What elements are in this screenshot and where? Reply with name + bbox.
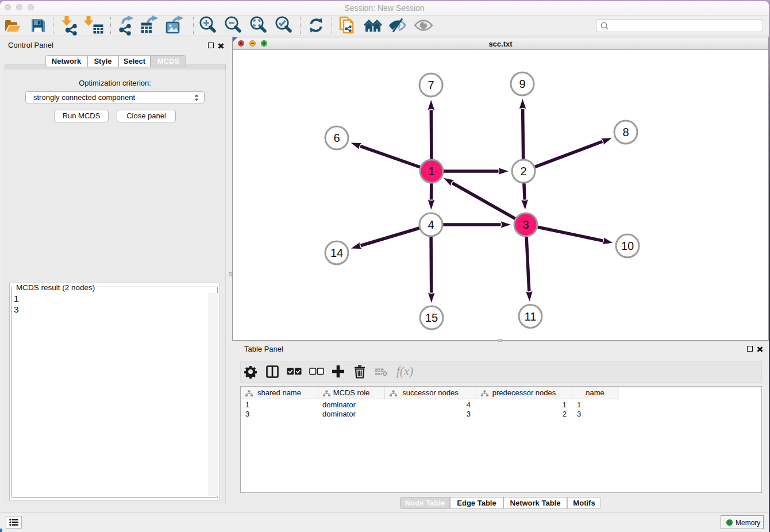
svg-text:8: 8 — [622, 126, 629, 138]
svg-text:3: 3 — [522, 218, 529, 231]
svg-text:6: 6 — [333, 132, 340, 144]
svg-text:15: 15 — [425, 311, 438, 324]
svg-text:11: 11 — [525, 310, 537, 323]
svg-text:9: 9 — [519, 78, 525, 90]
svg-text:2: 2 — [520, 165, 526, 178]
svg-text:10: 10 — [621, 240, 634, 252]
svg-text:4: 4 — [428, 218, 434, 231]
svg-text:1: 1 — [428, 165, 434, 178]
svg-text:7: 7 — [428, 79, 434, 91]
svg-text:14: 14 — [330, 246, 343, 259]
